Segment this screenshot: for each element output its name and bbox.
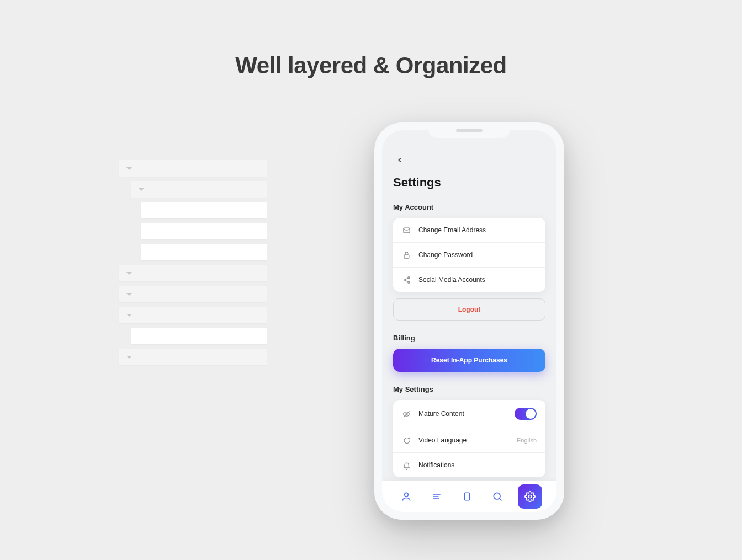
search-icon <box>492 491 503 502</box>
phone-speaker <box>456 129 483 132</box>
phone-screen: Settings My Account Change Email Address… <box>382 130 556 512</box>
layer-row[interactable] <box>119 349 267 365</box>
reset-purchases-button[interactable]: Reset In-App Purchases <box>393 349 545 372</box>
row-change-password[interactable]: Change Password <box>393 243 545 268</box>
tab-profile[interactable] <box>396 487 416 506</box>
svg-line-5 <box>405 278 408 279</box>
section-label-billing: Billing <box>393 334 545 342</box>
row-mature-content[interactable]: Mature Content <box>393 400 545 428</box>
section-label-account: My Account <box>393 203 545 211</box>
layer-row[interactable] <box>119 265 267 281</box>
svg-rect-13 <box>464 493 469 500</box>
tab-feed[interactable] <box>427 487 447 506</box>
back-button[interactable] <box>393 153 406 167</box>
row-label: Change Password <box>418 251 537 259</box>
section-label-settings: My Settings <box>393 385 545 393</box>
gear-icon <box>524 491 536 502</box>
chevron-left-icon <box>396 156 404 164</box>
tab-search[interactable] <box>487 487 507 506</box>
svg-line-15 <box>499 498 501 500</box>
layer-row[interactable] <box>131 181 267 198</box>
row-label: Change Email Address <box>418 226 537 234</box>
mature-content-toggle[interactable] <box>515 408 537 420</box>
row-video-language[interactable]: Video Language English <box>393 428 545 453</box>
svg-point-2 <box>407 276 409 278</box>
screen-title: Settings <box>393 175 545 190</box>
caret-down-icon <box>126 293 132 296</box>
layer-row[interactable] <box>119 160 267 177</box>
bell-icon <box>402 461 411 470</box>
phone-notch <box>428 122 511 138</box>
eye-off-icon <box>402 409 411 418</box>
bookmark-icon <box>462 491 472 502</box>
account-card: Change Email Address Change Password Soc… <box>393 218 545 292</box>
svg-point-16 <box>529 495 532 498</box>
chat-icon <box>402 436 411 445</box>
layer-row[interactable] <box>141 202 267 218</box>
svg-point-4 <box>407 281 409 283</box>
tab-bookmark[interactable] <box>457 487 477 506</box>
layers-panel <box>119 160 267 370</box>
row-label: Social Media Accounts <box>418 276 537 284</box>
row-change-email[interactable]: Change Email Address <box>393 218 545 243</box>
layer-row[interactable] <box>141 244 267 260</box>
layer-row[interactable] <box>131 328 267 344</box>
svg-line-6 <box>405 280 408 282</box>
user-icon <box>401 491 412 502</box>
svg-rect-1 <box>404 254 409 258</box>
row-label: Mature Content <box>418 410 515 418</box>
caret-down-icon <box>126 167 132 170</box>
row-value: English <box>517 437 537 444</box>
logout-button[interactable]: Logout <box>393 298 545 321</box>
row-label: Video Language <box>418 436 517 444</box>
svg-point-3 <box>404 279 405 280</box>
layer-row[interactable] <box>119 307 267 323</box>
row-label: Notifications <box>418 461 537 469</box>
menu-icon <box>431 491 442 502</box>
layer-row[interactable] <box>141 223 267 239</box>
caret-down-icon <box>126 272 132 275</box>
page-heading: Well layered & Organized <box>0 0 742 79</box>
tab-settings[interactable] <box>518 484 542 509</box>
row-social-accounts[interactable]: Social Media Accounts <box>393 268 545 292</box>
layer-row[interactable] <box>119 286 267 302</box>
mail-icon <box>402 226 411 234</box>
row-notifications[interactable]: Notifications <box>393 453 545 477</box>
share-icon <box>402 275 411 284</box>
svg-point-9 <box>404 493 408 497</box>
caret-down-icon <box>126 314 132 317</box>
svg-point-14 <box>494 493 500 499</box>
caret-down-icon <box>139 188 144 191</box>
caret-down-icon <box>126 356 132 359</box>
phone-mockup: Settings My Account Change Email Address… <box>374 122 564 520</box>
settings-card: Mature Content Video Language English No… <box>393 400 545 477</box>
tab-bar <box>382 481 556 512</box>
lock-icon <box>402 250 411 259</box>
